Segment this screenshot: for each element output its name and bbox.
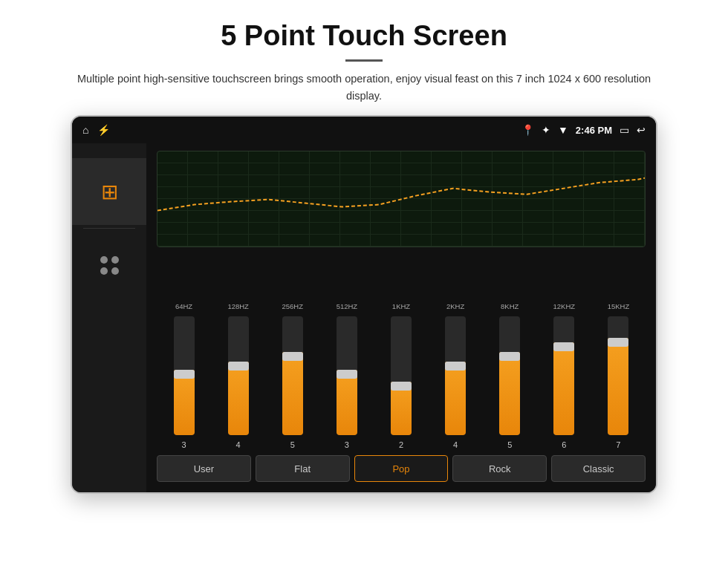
eq-mode-button[interactable]: Classic (551, 455, 646, 482)
slider-value: 4 (453, 440, 458, 449)
freq-label: 64HZ (175, 302, 192, 310)
slider-column: 512HZ3 (319, 302, 374, 449)
slider-fill (174, 370, 195, 435)
dot (100, 267, 108, 275)
battery-icon: ▭ (620, 124, 629, 136)
slider-value: 6 (562, 440, 566, 449)
slider-column: 1KHZ2 (374, 302, 428, 449)
slider-track[interactable] (553, 316, 574, 435)
slider-track[interactable] (174, 316, 195, 435)
slider-track[interactable] (499, 316, 520, 435)
freq-label: 15KHZ (608, 302, 630, 310)
slider-value: 5 (507, 440, 512, 449)
title-divider (345, 59, 383, 62)
dot (111, 256, 119, 264)
subtitle: Multiple point high-sensitive touchscree… (59, 71, 669, 105)
freq-label: 12KHZ (553, 302, 576, 310)
slider-column: 15KHZ7 (591, 302, 646, 449)
slider-handle (282, 352, 303, 361)
freq-label: 256HZ (282, 302, 304, 310)
freq-label: 128HZ (227, 302, 249, 310)
slider-track[interactable] (445, 316, 466, 435)
slider-column: 12KHZ6 (537, 302, 591, 449)
slider-handle (174, 370, 195, 379)
slider-value: 3 (345, 440, 349, 449)
page-title: 5 Point Touch Screen (59, 21, 669, 52)
sliders-area: 64HZ3128HZ4256HZ5512HZ31KHZ22KHZ48KHZ512… (157, 255, 646, 449)
device-frame: ⌂ ⚡ 📍 ✦ ▼ 2:46 PM ▭ ↩ ⊞ (71, 115, 657, 494)
slider-column: 8KHZ5 (483, 302, 537, 449)
status-time: 2:46 PM (576, 125, 612, 136)
dot (111, 267, 119, 275)
eq-mode-button[interactable]: Rock (452, 455, 547, 482)
slider-handle (337, 370, 357, 379)
slider-value: 5 (290, 440, 295, 449)
dots-icon (100, 256, 119, 275)
eq-mode-button[interactable]: Flat (256, 455, 350, 482)
slider-value: 2 (399, 440, 403, 449)
slider-handle (553, 342, 574, 351)
status-right: 📍 ✦ ▼ 2:46 PM ▭ ↩ (521, 124, 646, 136)
slider-fill (337, 370, 357, 435)
freq-label: 512HZ (337, 302, 358, 310)
slider-fill (608, 338, 628, 435)
home-icon: ⌂ (82, 124, 88, 136)
slider-track[interactable] (608, 316, 628, 435)
status-bar: ⌂ ⚡ 📍 ✦ ▼ 2:46 PM ▭ ↩ (72, 117, 656, 143)
equalizer-icon: ⊞ (101, 180, 118, 204)
usb-icon: ⚡ (97, 124, 110, 136)
sidebar-item-equalizer[interactable]: ⊞ (72, 158, 146, 225)
sidebar-divider (83, 228, 135, 229)
freq-label: 2KHZ (446, 302, 464, 310)
slider-fill (282, 352, 303, 435)
eq-panel: 64HZ3128HZ4256HZ5512HZ31KHZ22KHZ48KHZ512… (146, 143, 656, 492)
back-icon: ↩ (637, 124, 646, 136)
slider-track[interactable] (282, 316, 303, 435)
slider-track[interactable] (391, 316, 412, 435)
eq-line (157, 178, 645, 211)
slider-handle (391, 382, 412, 391)
slider-fill (445, 362, 466, 435)
slider-column: 2KHZ4 (429, 302, 483, 449)
buttons-row: UserFlatPopRockClassic (157, 455, 646, 485)
freq-label: 8KHZ (501, 302, 519, 310)
eq-graph (157, 151, 646, 247)
slider-track[interactable] (228, 316, 249, 435)
slider-value: 3 (181, 440, 186, 449)
slider-column: 128HZ4 (211, 302, 265, 449)
status-left: ⌂ ⚡ (82, 124, 110, 136)
eq-curve (157, 151, 645, 247)
slider-value: 7 (616, 440, 620, 449)
slider-column: 256HZ5 (265, 302, 319, 449)
slider-handle (228, 362, 249, 371)
freq-label: 1KHZ (392, 302, 410, 310)
location-icon: 📍 (521, 124, 534, 136)
slider-handle (445, 362, 466, 371)
slider-handle (499, 352, 520, 361)
slider-handle (608, 338, 628, 347)
header-section: 5 Point Touch Screen Multiple point high… (0, 0, 728, 115)
dot (100, 256, 108, 264)
wifi-icon: ▼ (558, 124, 568, 136)
slider-track[interactable] (337, 316, 357, 435)
eq-mode-button[interactable]: Pop (354, 455, 449, 482)
bluetooth-icon: ✦ (542, 124, 550, 136)
eq-mode-button[interactable]: User (157, 455, 251, 482)
slider-value: 4 (236, 440, 241, 449)
slider-fill (499, 352, 520, 435)
slider-fill (553, 342, 574, 435)
main-area: ⊞ (72, 143, 656, 492)
slider-fill (228, 362, 249, 435)
slider-column: 64HZ3 (157, 302, 211, 449)
sidebar: ⊞ (72, 143, 146, 492)
sidebar-item-menu[interactable] (72, 232, 146, 298)
